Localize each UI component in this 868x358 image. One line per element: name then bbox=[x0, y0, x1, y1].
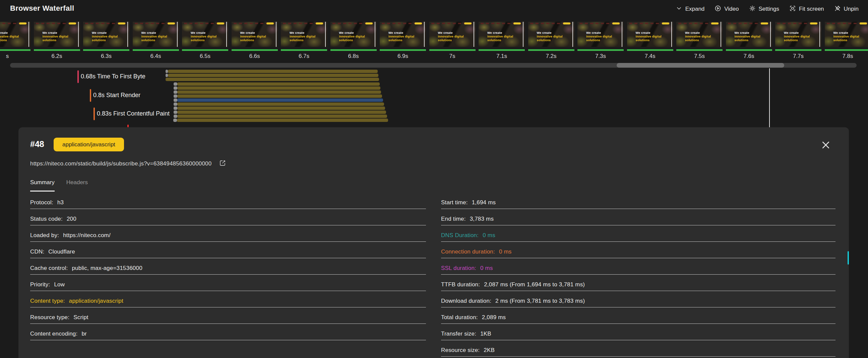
summary-row: End time:3,783 ms bbox=[441, 209, 836, 225]
timing-marker-label: 0.8s Start Render bbox=[93, 92, 141, 99]
summary-row: Priority:Low bbox=[30, 274, 426, 291]
summary-row-value: 0 ms bbox=[480, 265, 493, 271]
request-url: https://niteco.com/static/build/js/subsc… bbox=[30, 160, 212, 167]
browser-waterfall-page: Browser Waterfall Expand Video S bbox=[0, 0, 868, 358]
summary-row-label: DNS Duration: bbox=[441, 232, 478, 238]
summary-row: Resource size:2KB bbox=[441, 340, 836, 357]
external-link-icon[interactable] bbox=[219, 159, 226, 168]
summary-row: Connection duration:0 ms bbox=[441, 242, 836, 258]
content-type-badge: application/javascript bbox=[54, 138, 124, 151]
summary-row: Cache control:public, max-age=31536000 bbox=[30, 258, 426, 274]
summary-row: Download duration:2 ms (From 3,781 ms to… bbox=[441, 291, 836, 307]
request-bar[interactable] bbox=[177, 119, 388, 122]
request-bar[interactable] bbox=[177, 110, 386, 114]
waterfall-chart: 0.68s Time To First Byte 0.8s Start Rend… bbox=[0, 0, 868, 127]
request-bar[interactable] bbox=[177, 102, 384, 106]
summary-right-column: Start time:1,694 ms End time:3,783 ms DN… bbox=[441, 193, 836, 357]
summary-row-label: Start time: bbox=[441, 199, 468, 206]
summary-row-label: Protocol: bbox=[30, 199, 53, 206]
summary-row: Start time:1,694 ms bbox=[441, 193, 836, 209]
close-icon bbox=[821, 145, 831, 151]
summary-row: Content encoding:br bbox=[30, 324, 426, 340]
summary-row-value: 3,783 ms bbox=[470, 216, 494, 222]
request-bar[interactable] bbox=[168, 70, 378, 73]
summary-row: Transfer size:1KB bbox=[441, 324, 836, 340]
summary-row-value: 0 ms bbox=[483, 232, 495, 238]
summary-row-value: Script bbox=[73, 314, 89, 321]
summary-row-value: application/javascript bbox=[69, 298, 123, 304]
close-button[interactable] bbox=[821, 140, 831, 150]
request-bar[interactable] bbox=[168, 74, 378, 77]
request-bar-start-cap bbox=[174, 98, 177, 102]
request-bar-start-cap bbox=[174, 102, 177, 106]
request-bar-start-cap bbox=[174, 106, 177, 110]
summary-row-label: Cache control: bbox=[30, 265, 68, 271]
summary-row-value: https://niteco.com/ bbox=[63, 232, 111, 238]
timing-marker bbox=[127, 125, 129, 127]
summary-row-value: public, max-age=31536000 bbox=[72, 265, 142, 271]
summary-row-value: Cloudflare bbox=[48, 249, 75, 255]
request-bar-start-cap bbox=[174, 83, 177, 86]
request-bar-start-cap bbox=[173, 119, 177, 122]
summary-row-value: 1KB bbox=[480, 330, 491, 337]
timing-marker-label: 0.68s Time To First Byte bbox=[81, 73, 146, 80]
summary-row-value: 2,087 ms (From 1,694 ms to 3,781 ms) bbox=[484, 281, 585, 288]
summary-row-label: SSL duration: bbox=[441, 265, 476, 271]
request-bar-start-cap bbox=[174, 94, 177, 98]
summary-row-label: TTFB duration: bbox=[441, 281, 480, 288]
summary-row: Protocol:h3 bbox=[30, 193, 426, 209]
request-bar[interactable] bbox=[177, 98, 383, 102]
summary-row-value: 1,694 ms bbox=[472, 199, 496, 206]
request-bar[interactable] bbox=[165, 78, 379, 81]
summary-row-label: Download duration: bbox=[441, 298, 491, 304]
summary-row-value: 2 ms (From 3,781 ms to 3,783 ms) bbox=[495, 298, 585, 304]
summary-row: Content type:application/javascript bbox=[30, 291, 426, 307]
request-bar-start-cap bbox=[165, 74, 168, 77]
request-bar-start-cap bbox=[174, 87, 177, 90]
summary-left-column: Protocol:h3 Status code:200 Loaded by:ht… bbox=[30, 193, 426, 340]
summary-row-label: Total duration: bbox=[441, 314, 478, 321]
summary-row-label: Content type: bbox=[30, 298, 65, 304]
summary-row-label: Status code: bbox=[30, 216, 63, 222]
summary-row-label: CDN: bbox=[30, 249, 44, 255]
summary-row-label: Loaded by: bbox=[30, 232, 59, 238]
request-number: #48 bbox=[30, 139, 44, 149]
summary-row-value: Low bbox=[54, 281, 65, 288]
timing-marker: 0.8s Start Render bbox=[90, 89, 91, 102]
summary-row-value: 2KB bbox=[484, 347, 495, 353]
summary-row: TTFB duration:2,087 ms (From 1,694 ms to… bbox=[441, 274, 836, 291]
viewport-end-line bbox=[769, 68, 770, 127]
summary-row-label: Resource type: bbox=[30, 314, 69, 321]
tab-headers[interactable]: Headers bbox=[66, 179, 88, 192]
request-bar-start-cap bbox=[174, 110, 177, 114]
timing-marker: 0.83s First Contentful Paint bbox=[93, 107, 95, 120]
request-bar-start-cap bbox=[174, 115, 177, 118]
request-bar[interactable] bbox=[177, 115, 387, 118]
request-bar[interactable] bbox=[177, 94, 382, 98]
summary-row: Resource type:Script bbox=[30, 307, 426, 324]
request-url-row: https://niteco.com/static/build/js/subsc… bbox=[30, 159, 226, 168]
summary-row-value: 2,089 ms bbox=[482, 314, 506, 321]
summary-row: CDN:Cloudflare bbox=[30, 242, 426, 258]
request-bar-start-cap bbox=[165, 70, 168, 73]
request-details-modal: #48 application/javascript https://nitec… bbox=[19, 127, 849, 358]
request-bar[interactable] bbox=[177, 106, 385, 110]
summary-row: Status code:200 bbox=[30, 209, 426, 225]
request-bar[interactable] bbox=[177, 83, 380, 86]
request-bar[interactable] bbox=[177, 87, 380, 90]
summary-row-value: br bbox=[82, 330, 87, 337]
summary-row-label: Transfer size: bbox=[441, 330, 476, 337]
summary-row-value: 200 bbox=[67, 216, 76, 222]
timing-marker: 0.68s Time To First Byte bbox=[78, 70, 79, 83]
summary-row: DNS Duration:0 ms bbox=[441, 225, 836, 242]
request-bar-start-cap bbox=[174, 90, 177, 94]
request-bar[interactable] bbox=[177, 90, 381, 94]
summary-row-value: h3 bbox=[57, 199, 64, 206]
tab-summary[interactable]: Summary bbox=[30, 179, 55, 192]
summary-row: SSL duration:0 ms bbox=[441, 258, 836, 274]
summary-row-label: End time: bbox=[441, 216, 466, 222]
summary-row: Loaded by:https://niteco.com/ bbox=[30, 225, 426, 242]
summary-row-label: Connection duration: bbox=[441, 249, 495, 255]
summary-row: Total duration:2,089 ms bbox=[441, 307, 836, 324]
modal-scroll-indicator[interactable] bbox=[847, 251, 849, 265]
